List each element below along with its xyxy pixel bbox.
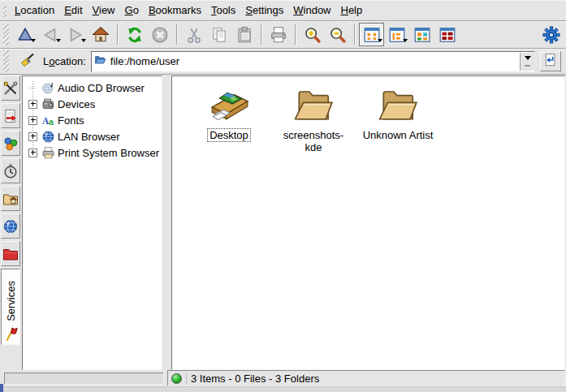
clear-location-button[interactable] [17,51,38,72]
globe-icon [2,218,19,235]
tree-item-devices[interactable]: Devices [23,96,162,112]
sidebar-tab-root[interactable] [1,241,20,266]
status-text: 3 Items - 0 Files - 3 Folders [191,373,319,385]
tree-expander[interactable] [27,132,39,141]
location-combobox[interactable]: file:/home/user [91,51,535,72]
menu-tools[interactable]: Tools [206,2,240,18]
file-item-screenshots-kde[interactable]: screenshots-kde [273,84,354,154]
toolbar-button-reload[interactable] [122,23,147,46]
toolbar-button-forward[interactable] [63,23,88,46]
dropdown-arrow-icon [378,39,382,45]
toolbar-button-zoom-out[interactable] [325,23,350,46]
main-toolbar [0,21,566,49]
copy-icon [210,26,228,44]
toolbar-button-up[interactable] [12,23,37,46]
folder-home-icon [2,191,19,207]
location-toolbar-handle[interactable] [3,50,9,72]
menu-location[interactable]: Location [10,2,59,18]
toolbar-button-detail-view[interactable] [434,23,460,46]
sidebar-tab-services[interactable]: Services [1,269,20,345]
menubar: LocationEditViewGoBookmarksToolsSettings… [0,0,566,21]
status-divider [186,373,187,385]
menu-settings[interactable]: Settings [240,2,288,18]
toolbar-button-home[interactable] [88,23,113,46]
tree-expander[interactable] [27,100,39,109]
sidebar-tab-home[interactable] [1,186,20,211]
sidebar-tabstrip: Services [0,75,22,370]
toolbar-separator [117,24,118,45]
tree-item-label: LAN Browser [58,131,120,143]
toolbar-separator [261,24,261,45]
toolbar-button-kde-logo[interactable] [538,23,564,46]
detail-view-icon [439,26,456,44]
stop-icon [151,26,169,44]
cut-icon [185,26,203,44]
globe-icon [41,130,55,144]
toolbar-button-copy[interactable] [206,23,231,46]
kde-gear-icon [542,26,560,44]
menu-edit[interactable]: Edit [59,2,87,18]
toolbar-separator [295,24,296,45]
go-enter-icon [543,53,558,67]
statusbar: 3 Items - 0 Files - 3 Folders [0,370,566,387]
toolbar-button-multicolumn-view[interactable] [409,23,434,46]
menu-bookmarks[interactable]: Bookmarks [144,2,206,18]
file-item-label: screenshots-kde [273,128,354,154]
tree-expander[interactable] [27,116,39,125]
toolbar-button-paste[interactable] [231,23,257,46]
reload-icon [126,26,144,44]
clear-broom-icon [19,52,36,68]
tree-item-audio-cd-browser[interactable]: Audio CD Browser [23,80,162,96]
sidebar-tab-config[interactable] [1,75,20,101]
tools-config-icon [2,80,19,97]
toolbar-button-cut[interactable] [181,23,206,46]
zoom-in-icon [304,26,322,44]
chevron-down-icon [525,56,531,63]
menu-go[interactable]: Go [120,2,144,18]
menu-help[interactable]: Help [336,2,368,18]
sidebar-tab-label: Services [5,281,17,321]
multicolumn-view-icon [413,26,431,44]
toolbar-button-stop[interactable] [147,23,172,46]
dropdown-arrow-icon [31,39,36,45]
tree-item-print-system-browser[interactable]: Print System Browser [23,144,162,161]
printer-small-icon [41,146,55,160]
toolbar-button-tree-view[interactable] [384,23,409,46]
menu-window[interactable]: Window [288,2,335,18]
folder-red-icon [2,246,19,262]
sidebar-tab-bookmarks[interactable] [1,103,20,128]
location-dropdown-button[interactable] [520,53,534,71]
tree-expander[interactable] [27,149,39,157]
toolbar-button-icon-view[interactable] [359,23,384,46]
dropdown-arrow-icon [403,39,408,45]
menu-view[interactable]: View [88,2,120,18]
fonts-aa-icon: Aa [41,114,55,127]
dropdown-underline [525,65,530,67]
sidebar-tab-network[interactable] [1,213,20,239]
tree-item-fonts[interactable]: AaFonts [23,112,162,128]
colored-balls-icon [2,136,19,152]
menubar-handle[interactable] [3,3,6,17]
sidebar-tab-history[interactable] [1,158,20,183]
toolbar-handle[interactable] [3,24,9,45]
file-item-unknown-artist[interactable]: Unknown Artist [357,84,439,142]
panel-splitter[interactable] [162,75,171,370]
file-icon-view[interactable]: Desktopscreenshots-kdeUnknown Artist [171,75,565,370]
location-toolbar: Location: file:/home/user [0,49,566,75]
tree-item-label: Print System Browser [58,147,159,159]
open-folder-blue-icon [94,54,107,67]
content-area: Services Audio CD BrowserDevicesAaFontsL… [0,75,566,370]
go-button[interactable] [540,51,561,71]
sidebar-tab-applications[interactable] [1,131,20,156]
tree-item-lan-browser[interactable]: LAN Browser [23,128,162,144]
statusbar-main-section: 3 Items - 0 Files - 3 Folders [167,370,565,387]
paste-icon [235,26,253,44]
print-icon [270,26,287,44]
toolbar-button-print[interactable] [266,23,291,46]
location-input[interactable]: file:/home/user [110,55,516,67]
clock-icon [2,163,19,179]
file-item-desktop[interactable]: Desktop [188,84,270,142]
toolbar-button-back[interactable] [37,23,63,46]
toolbar-button-zoom-in[interactable] [300,23,325,46]
status-led-icon [171,373,182,384]
